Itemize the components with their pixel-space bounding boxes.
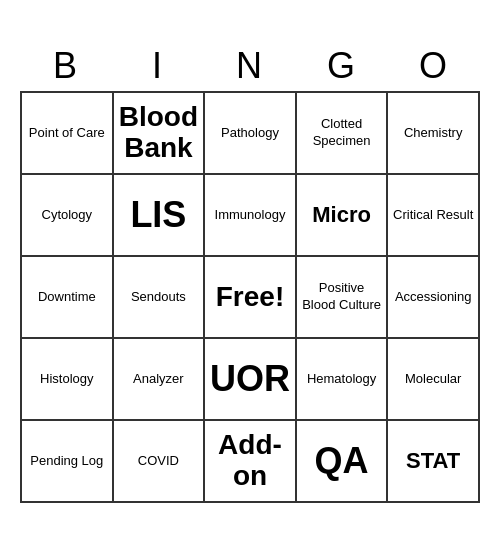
cell-text-24: STAT: [406, 447, 460, 476]
cell-text-5: Cytology: [42, 207, 93, 224]
bingo-cell-16: Analyzer: [114, 339, 206, 421]
cell-text-13: Positive Blood Culture: [301, 280, 383, 314]
header-i: I: [112, 41, 204, 91]
bingo-cell-11: Sendouts: [114, 257, 206, 339]
bingo-cell-9: Critical Result: [388, 175, 480, 257]
cell-text-0: Point of Care: [29, 125, 105, 142]
cell-text-18: Hematology: [307, 371, 376, 388]
cell-text-10: Downtime: [38, 289, 96, 306]
bingo-cell-0: Point of Care: [22, 93, 114, 175]
cell-text-11: Sendouts: [131, 289, 186, 306]
cell-text-17: UOR: [210, 356, 290, 403]
bingo-cell-24: STAT: [388, 421, 480, 503]
cell-text-6: LIS: [130, 192, 186, 239]
header-o: O: [388, 41, 480, 91]
bingo-cell-20: Pending Log: [22, 421, 114, 503]
bingo-cell-15: Histology: [22, 339, 114, 421]
cell-text-23: QA: [315, 438, 369, 485]
cell-text-3: Clotted Specimen: [301, 116, 383, 150]
cell-text-21: COVID: [138, 453, 179, 470]
bingo-cell-23: QA: [297, 421, 389, 503]
cell-text-4: Chemistry: [404, 125, 463, 142]
cell-text-15: Histology: [40, 371, 93, 388]
cell-text-22: Add-on: [209, 430, 291, 492]
bingo-cell-13: Positive Blood Culture: [297, 257, 389, 339]
cell-text-1: Blood Bank: [118, 102, 200, 164]
bingo-cell-14: Accessioning: [388, 257, 480, 339]
bingo-cell-7: Immunology: [205, 175, 297, 257]
cell-text-2: Pathology: [221, 125, 279, 142]
bingo-cell-22: Add-on: [205, 421, 297, 503]
bingo-cell-12: Free!: [205, 257, 297, 339]
bingo-header: B I N G O: [20, 41, 480, 91]
cell-text-20: Pending Log: [30, 453, 103, 470]
bingo-cell-5: Cytology: [22, 175, 114, 257]
header-b: B: [20, 41, 112, 91]
bingo-cell-21: COVID: [114, 421, 206, 503]
cell-text-12: Free!: [216, 282, 284, 313]
cell-text-9: Critical Result: [393, 207, 473, 224]
bingo-grid: Point of CareBlood BankPathologyClotted …: [20, 91, 480, 503]
header-g: G: [296, 41, 388, 91]
bingo-cell-8: Micro: [297, 175, 389, 257]
bingo-cell-19: Molecular: [388, 339, 480, 421]
bingo-cell-17: UOR: [205, 339, 297, 421]
bingo-card: B I N G O Point of CareBlood BankPatholo…: [20, 41, 480, 503]
bingo-cell-10: Downtime: [22, 257, 114, 339]
header-n: N: [204, 41, 296, 91]
bingo-cell-18: Hematology: [297, 339, 389, 421]
bingo-cell-6: LIS: [114, 175, 206, 257]
cell-text-8: Micro: [312, 201, 371, 230]
cell-text-19: Molecular: [405, 371, 461, 388]
bingo-cell-2: Pathology: [205, 93, 297, 175]
bingo-cell-3: Clotted Specimen: [297, 93, 389, 175]
bingo-cell-1: Blood Bank: [114, 93, 206, 175]
cell-text-14: Accessioning: [395, 289, 472, 306]
cell-text-16: Analyzer: [133, 371, 184, 388]
bingo-cell-4: Chemistry: [388, 93, 480, 175]
cell-text-7: Immunology: [215, 207, 286, 224]
